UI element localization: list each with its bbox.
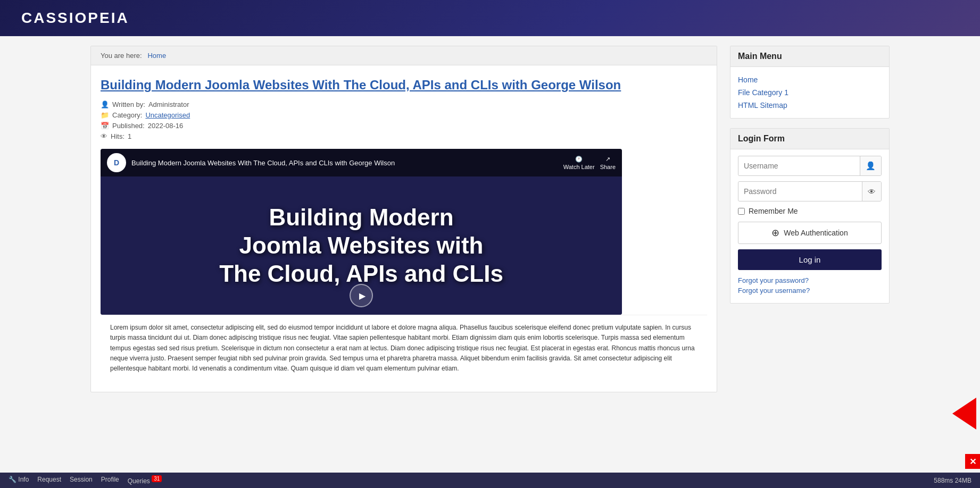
article-title: Building Modern Joomla Websites With The… [101,76,707,93]
video-text-line1: Building Modern [269,204,453,230]
arrow-shape [952,398,976,402]
article-body-text: Lorem ipsum dolor sit amet, consectetur … [101,315,707,381]
sidebar: Main Menu Home File Category 1 HTML Site… [730,46,890,392]
web-auth-label: Web Authentication [784,229,848,237]
folder-icon: 📁 [101,111,109,119]
main-menu-title: Main Menu [730,46,889,67]
menu-item-home[interactable]: Home [738,73,882,86]
category-link[interactable]: Uncategorised [145,111,190,119]
password-input-group: 👁 [738,181,882,201]
remember-me-checkbox[interactable] [738,208,745,215]
channel-letter: D [114,158,119,167]
menu-item-file-category[interactable]: File Category 1 [738,86,882,99]
login-form-title: Login Form [730,129,889,149]
written-by-label: Written by: [112,100,145,108]
remember-me-row: Remember Me [738,207,882,215]
login-form-module: Login Form 👤 👁 Remember Me ⊕ Web Authent… [730,128,890,304]
video-overlay-text: Building Modern Joomla Websites with The… [209,193,514,298]
video-play-button[interactable] [350,284,373,307]
article: Building Modern Joomla Websites With The… [91,65,717,392]
eye-icon: 👁 [101,132,107,140]
login-button[interactable]: Log in [738,249,882,270]
detail-published: 📅 Published: 2022-08-16 [101,122,707,130]
user-icon: 👤 [101,100,109,108]
user-field-icon: 👤 [860,156,881,175]
breadcrumb-home[interactable]: Home [147,52,166,60]
category-label: Category: [112,111,142,119]
video-title: Building Modern Joomla Websites With The… [131,159,558,167]
forgot-password-link[interactable]: Forgot your password? [738,276,882,284]
detail-category: 📁 Category: Uncategorised [101,111,707,119]
hits-label: Hits: [111,132,124,140]
hits-value: 1 [128,132,131,140]
red-arrow-indicator [948,392,980,402]
remember-me-label: Remember Me [749,207,798,215]
article-details: 👤 Written by: Administrator 📁 Category: … [101,100,707,140]
share-button[interactable]: ↗ Share [600,156,616,170]
calendar-icon: 📅 [101,122,109,130]
video-top-bar: D Building Modern Joomla Websites With T… [101,149,622,176]
share-icon: ↗ [605,156,610,163]
video-text-line2: Joomla Websites with [239,232,484,258]
menu-item-html-sitemap[interactable]: HTML Sitemap [738,99,882,112]
password-input[interactable] [738,182,862,200]
main-menu-body: Home File Category 1 HTML Sitemap [730,67,889,118]
published-value: 2022-08-16 [148,122,184,130]
forgot-username-link[interactable]: Forgot your username? [738,287,882,295]
login-form-body: 👤 👁 Remember Me ⊕ Web Authentication Log… [730,149,889,303]
detail-hits: 👁 Hits: 1 [101,132,707,140]
watch-later-button[interactable]: 🕐 Watch Later [563,156,595,170]
watch-later-label: Watch Later [563,164,595,170]
watch-later-icon: 🕐 [575,156,583,163]
password-show-icon[interactable]: 👁 [862,182,881,201]
breadcrumb: You are here: Home [91,46,717,65]
detail-written-by: 👤 Written by: Administrator [101,100,707,108]
share-label: Share [600,164,616,170]
username-input[interactable] [738,157,860,175]
main-content: You are here: Home Building Modern Jooml… [90,46,717,392]
video-body: Building Modern Joomla Websites with The… [101,176,622,315]
youtube-channel-icon: D [107,153,126,172]
username-input-group: 👤 [738,156,882,176]
web-authentication-button[interactable]: ⊕ Web Authentication [738,222,882,244]
article-title-link[interactable]: Building Modern Joomla Websites With The… [101,78,621,92]
video-text-line3: The Cloud, APIs and CLIs [219,260,503,287]
page-wrapper: You are here: Home Building Modern Jooml… [78,36,902,402]
login-links: Forgot your password? Forgot your userna… [738,276,882,295]
breadcrumb-label: You are here: [101,52,142,60]
main-menu-module: Main Menu Home File Category 1 HTML Site… [730,46,890,119]
published-label: Published: [112,122,145,130]
web-auth-icon: ⊕ [771,227,779,239]
site-header: CASSIOPEIA [0,0,980,36]
video-embed: D Building Modern Joomla Websites With T… [101,149,622,315]
site-title: CASSIOPEIA [21,10,129,26]
written-by-value: Administrator [148,100,189,108]
